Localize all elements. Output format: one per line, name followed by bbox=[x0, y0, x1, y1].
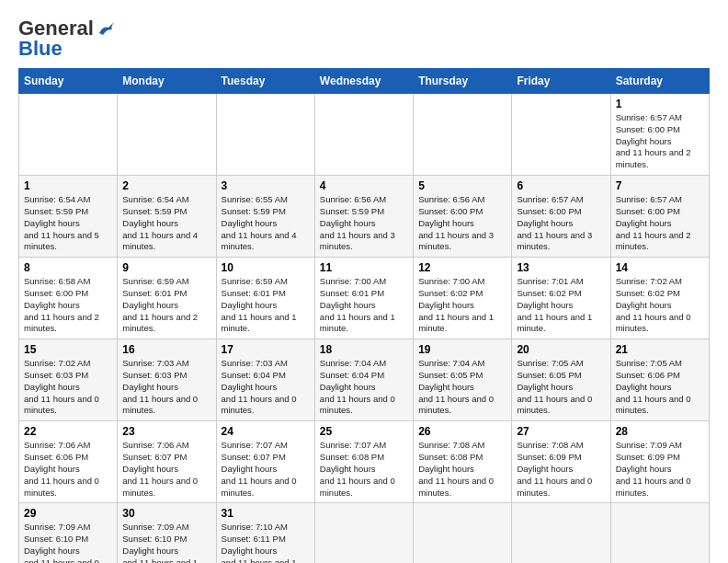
day-info: Sunrise: 7:02 AMSunset: 6:03 PMDaylight … bbox=[24, 358, 99, 415]
calendar-col-monday: Monday bbox=[118, 69, 216, 94]
logo-text: General Blue bbox=[18, 18, 94, 59]
day-info: Sunrise: 7:04 AMSunset: 6:05 PMDaylight … bbox=[418, 358, 494, 415]
day-number: 5 bbox=[418, 179, 506, 192]
day-number: 8 bbox=[24, 261, 112, 274]
day-info: Sunrise: 7:05 AMSunset: 6:06 PMDaylight … bbox=[616, 358, 691, 415]
calendar-week-row: 1 Sunrise: 6:57 AMSunset: 6:00 PMDayligh… bbox=[19, 94, 710, 176]
calendar-col-friday: Friday bbox=[512, 69, 610, 94]
day-number: 15 bbox=[24, 343, 112, 356]
day-info: Sunrise: 6:56 AMSunset: 5:59 PMDaylight … bbox=[320, 194, 395, 251]
day-info: Sunrise: 7:07 AMSunset: 6:08 PMDaylight … bbox=[320, 440, 395, 497]
day-info: Sunrise: 7:06 AMSunset: 6:07 PMDaylight … bbox=[122, 440, 198, 497]
calendar-cell: 27 Sunrise: 7:08 AMSunset: 6:09 PMDaylig… bbox=[512, 421, 610, 503]
day-info: Sunrise: 7:07 AMSunset: 6:07 PMDaylight … bbox=[222, 440, 297, 497]
day-number: 31 bbox=[222, 507, 310, 520]
day-number: 10 bbox=[222, 261, 310, 274]
calendar-week-row: 1 Sunrise: 6:54 AMSunset: 5:59 PMDayligh… bbox=[19, 176, 710, 258]
calendar-cell: 30 Sunrise: 7:09 AMSunset: 6:10 PMDaylig… bbox=[118, 503, 216, 563]
day-number: 1 bbox=[24, 179, 112, 192]
day-number: 3 bbox=[222, 179, 310, 192]
calendar-cell bbox=[314, 503, 413, 563]
calendar-week-row: 22 Sunrise: 7:06 AMSunset: 6:06 PMDaylig… bbox=[19, 421, 710, 503]
calendar-cell: 10 Sunrise: 6:59 AMSunset: 6:01 PMDaylig… bbox=[216, 258, 314, 339]
calendar-cell: 11 Sunrise: 7:00 AMSunset: 6:01 PMDaylig… bbox=[314, 258, 413, 339]
day-number: 26 bbox=[418, 425, 506, 438]
day-number: 14 bbox=[616, 261, 704, 274]
calendar-cell bbox=[414, 94, 512, 176]
calendar-cell: 24 Sunrise: 7:07 AMSunset: 6:07 PMDaylig… bbox=[216, 421, 314, 503]
calendar-cell: 18 Sunrise: 7:04 AMSunset: 6:04 PMDaylig… bbox=[314, 339, 413, 421]
day-info: Sunrise: 7:04 AMSunset: 6:04 PMDaylight … bbox=[320, 358, 395, 415]
day-info: Sunrise: 7:05 AMSunset: 6:05 PMDaylight … bbox=[517, 358, 592, 415]
calendar-cell bbox=[610, 503, 709, 563]
day-info: Sunrise: 7:01 AMSunset: 6:02 PMDaylight … bbox=[517, 276, 592, 333]
day-info: Sunrise: 6:57 AMSunset: 6:00 PMDaylight … bbox=[517, 194, 592, 251]
calendar-cell: 13 Sunrise: 7:01 AMSunset: 6:02 PMDaylig… bbox=[512, 258, 610, 339]
calendar-week-row: 29 Sunrise: 7:09 AMSunset: 6:10 PMDaylig… bbox=[19, 503, 710, 563]
logo: General Blue bbox=[18, 18, 116, 59]
calendar-col-sunday: Sunday bbox=[19, 69, 118, 94]
calendar-cell: 16 Sunrise: 7:03 AMSunset: 6:03 PMDaylig… bbox=[118, 339, 216, 421]
day-info: Sunrise: 7:03 AMSunset: 6:03 PMDaylight … bbox=[122, 358, 198, 415]
page-header: General Blue bbox=[18, 18, 710, 59]
calendar-week-row: 15 Sunrise: 7:02 AMSunset: 6:03 PMDaylig… bbox=[19, 339, 710, 421]
day-number: 12 bbox=[418, 261, 506, 274]
day-info: Sunrise: 6:54 AMSunset: 5:59 PMDaylight … bbox=[122, 194, 198, 251]
day-number: 17 bbox=[222, 343, 310, 356]
calendar-cell: 29 Sunrise: 7:09 AMSunset: 6:10 PMDaylig… bbox=[19, 503, 118, 563]
day-number: 16 bbox=[122, 343, 210, 356]
calendar-cell: 21 Sunrise: 7:05 AMSunset: 6:06 PMDaylig… bbox=[610, 339, 709, 421]
calendar-cell: 1 Sunrise: 6:54 AMSunset: 5:59 PMDayligh… bbox=[19, 176, 118, 258]
day-info: Sunrise: 6:57 AMSunset: 6:00 PMDaylight … bbox=[616, 194, 691, 251]
calendar-table: SundayMondayTuesdayWednesdayThursdayFrid… bbox=[18, 68, 710, 563]
day-number: 11 bbox=[320, 261, 408, 274]
day-number: 25 bbox=[320, 425, 408, 438]
calendar-cell bbox=[314, 94, 413, 176]
calendar-cell bbox=[512, 503, 610, 563]
day-info: Sunrise: 7:03 AMSunset: 6:04 PMDaylight … bbox=[222, 358, 297, 415]
calendar-cell: 19 Sunrise: 7:04 AMSunset: 6:05 PMDaylig… bbox=[414, 339, 512, 421]
day-number: 21 bbox=[616, 343, 704, 356]
calendar-col-wednesday: Wednesday bbox=[314, 69, 413, 94]
day-info: Sunrise: 7:06 AMSunset: 6:06 PMDaylight … bbox=[24, 440, 99, 497]
day-number: 7 bbox=[616, 179, 704, 192]
day-number: 9 bbox=[122, 261, 210, 274]
calendar-cell: 7 Sunrise: 6:57 AMSunset: 6:00 PMDayligh… bbox=[610, 176, 709, 258]
day-number: 24 bbox=[222, 425, 310, 438]
day-info: Sunrise: 6:59 AMSunset: 6:01 PMDaylight … bbox=[222, 276, 297, 333]
calendar-cell: 28 Sunrise: 7:09 AMSunset: 6:09 PMDaylig… bbox=[610, 421, 709, 503]
day-number: 27 bbox=[517, 425, 605, 438]
day-info: Sunrise: 7:00 AMSunset: 6:01 PMDaylight … bbox=[320, 276, 395, 333]
day-number: 28 bbox=[616, 425, 704, 438]
day-number: 29 bbox=[24, 507, 112, 520]
day-number: 30 bbox=[122, 507, 210, 520]
calendar-cell: 5 Sunrise: 6:56 AMSunset: 6:00 PMDayligh… bbox=[414, 176, 512, 258]
calendar-col-saturday: Saturday bbox=[610, 69, 709, 94]
day-info: Sunrise: 7:08 AMSunset: 6:08 PMDaylight … bbox=[418, 440, 494, 497]
day-number: 18 bbox=[320, 343, 408, 356]
day-info: Sunrise: 7:08 AMSunset: 6:09 PMDaylight … bbox=[517, 440, 592, 497]
calendar-col-thursday: Thursday bbox=[414, 69, 512, 94]
calendar-header-row: SundayMondayTuesdayWednesdayThursdayFrid… bbox=[19, 69, 710, 94]
calendar-cell: 17 Sunrise: 7:03 AMSunset: 6:04 PMDaylig… bbox=[216, 339, 314, 421]
day-info: Sunrise: 7:10 AMSunset: 6:11 PMDaylight … bbox=[222, 522, 297, 563]
calendar-col-tuesday: Tuesday bbox=[216, 69, 314, 94]
day-number: 20 bbox=[517, 343, 605, 356]
calendar-cell: 8 Sunrise: 6:58 AMSunset: 6:00 PMDayligh… bbox=[19, 258, 118, 339]
calendar-cell bbox=[512, 94, 610, 176]
calendar-cell: 9 Sunrise: 6:59 AMSunset: 6:01 PMDayligh… bbox=[118, 258, 216, 339]
logo-blue: Blue bbox=[18, 37, 63, 60]
calendar-cell: 1 Sunrise: 6:57 AMSunset: 6:00 PMDayligh… bbox=[610, 94, 709, 176]
day-info: Sunrise: 6:56 AMSunset: 6:00 PMDaylight … bbox=[418, 194, 494, 251]
calendar-cell bbox=[118, 94, 216, 176]
calendar-cell: 4 Sunrise: 6:56 AMSunset: 5:59 PMDayligh… bbox=[314, 176, 413, 258]
calendar-cell: 3 Sunrise: 6:55 AMSunset: 5:59 PMDayligh… bbox=[216, 176, 314, 258]
day-info: Sunrise: 6:58 AMSunset: 6:00 PMDaylight … bbox=[24, 276, 99, 333]
day-number: 19 bbox=[418, 343, 506, 356]
day-info: Sunrise: 6:57 AMSunset: 6:00 PMDaylight … bbox=[616, 112, 691, 169]
calendar-cell bbox=[414, 503, 512, 563]
day-info: Sunrise: 7:09 AMSunset: 6:10 PMDaylight … bbox=[24, 522, 99, 563]
calendar-cell: 15 Sunrise: 7:02 AMSunset: 6:03 PMDaylig… bbox=[19, 339, 118, 421]
day-info: Sunrise: 7:02 AMSunset: 6:02 PMDaylight … bbox=[616, 276, 691, 333]
calendar-cell bbox=[216, 94, 314, 176]
